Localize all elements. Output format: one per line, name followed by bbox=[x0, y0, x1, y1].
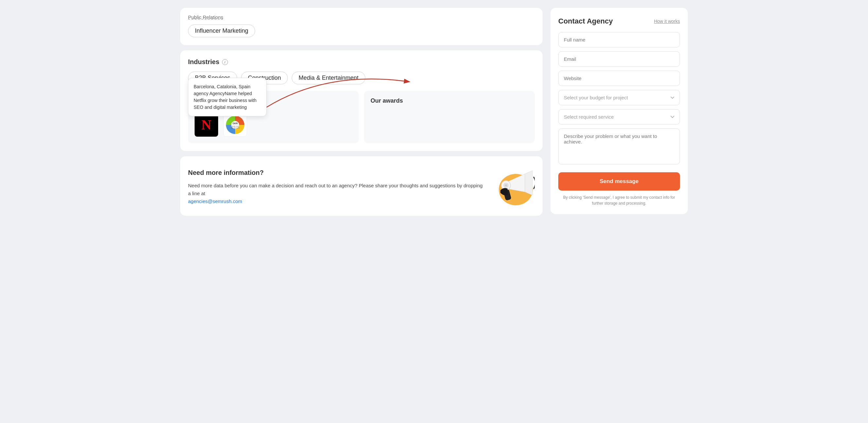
influencer-marketing-tag[interactable]: Influencer Marketing bbox=[188, 25, 255, 37]
okr-svg: OKR OBJECTIVE KEY RESULTS bbox=[226, 116, 245, 134]
industries-header: Industries i bbox=[188, 58, 535, 66]
megaphone-illustration bbox=[492, 164, 535, 208]
info-card: Need more information? Need more data be… bbox=[180, 156, 542, 216]
how-it-works-link[interactable]: How it works bbox=[654, 19, 680, 24]
awards-title: Our awards bbox=[371, 97, 403, 104]
budget-select[interactable]: Select your budget for project bbox=[558, 90, 680, 105]
svg-point-10 bbox=[505, 184, 507, 186]
tag-media[interactable]: Media & Entertainment bbox=[292, 72, 365, 84]
message-group bbox=[558, 128, 680, 166]
website-group bbox=[558, 71, 680, 86]
info-card-inner: Need more information? Need more data be… bbox=[188, 164, 535, 208]
info-card-text: Need more information? Need more data be… bbox=[188, 169, 492, 208]
svg-text:KEY RESULTS: KEY RESULTS bbox=[230, 127, 240, 129]
full-name-group bbox=[558, 32, 680, 47]
logos-row: N bbox=[195, 113, 352, 137]
contact-card: Contact Agency How it works Select your … bbox=[551, 8, 688, 214]
contact-title: Contact Agency bbox=[558, 17, 613, 26]
netflix-n: N bbox=[202, 117, 211, 133]
contact-header: Contact Agency How it works bbox=[558, 17, 680, 26]
page-wrapper: Public Relations Influencer Marketing In… bbox=[173, 0, 695, 224]
top-card: Public Relations Influencer Marketing bbox=[180, 8, 542, 45]
email-group bbox=[558, 51, 680, 67]
service-select[interactable]: Select required service bbox=[558, 109, 680, 125]
send-message-button[interactable]: Send message bbox=[558, 172, 680, 191]
full-name-input[interactable] bbox=[558, 32, 680, 47]
main-content: Public Relations Influencer Marketing In… bbox=[180, 8, 542, 216]
message-textarea[interactable] bbox=[558, 128, 680, 164]
budget-group: Select your budget for project bbox=[558, 90, 680, 105]
awards-card: Our awards bbox=[364, 91, 535, 143]
consent-text: By clicking 'Send message', I agree to s… bbox=[558, 195, 680, 206]
megaphone-svg bbox=[492, 164, 535, 206]
industries-title: Industries bbox=[188, 58, 219, 66]
public-relations-label: Public Relations bbox=[188, 14, 535, 20]
website-input[interactable] bbox=[558, 71, 680, 86]
service-group: Select required service bbox=[558, 109, 680, 125]
tooltip-box: Barcelona, Catalonia, Spain agency Agenc… bbox=[188, 78, 267, 117]
email-input[interactable] bbox=[558, 51, 680, 67]
info-card-desc: Need more data before you can make a dec… bbox=[188, 182, 486, 205]
svg-text:OKR: OKR bbox=[232, 122, 238, 125]
sidebar: Contact Agency How it works Select your … bbox=[551, 8, 688, 216]
tooltip-text: Barcelona, Catalonia, Spain agency Agenc… bbox=[194, 84, 256, 110]
info-card-title: Need more information? bbox=[188, 169, 486, 176]
industries-card: Industries i B2B Services Construction M… bbox=[180, 50, 542, 151]
industries-info-icon[interactable]: i bbox=[222, 59, 228, 65]
okr-logo: OKR OBJECTIVE KEY RESULTS bbox=[223, 113, 247, 137]
info-card-email-link[interactable]: agencies@semrush.com bbox=[188, 198, 242, 204]
netflix-logo: N bbox=[195, 113, 218, 137]
